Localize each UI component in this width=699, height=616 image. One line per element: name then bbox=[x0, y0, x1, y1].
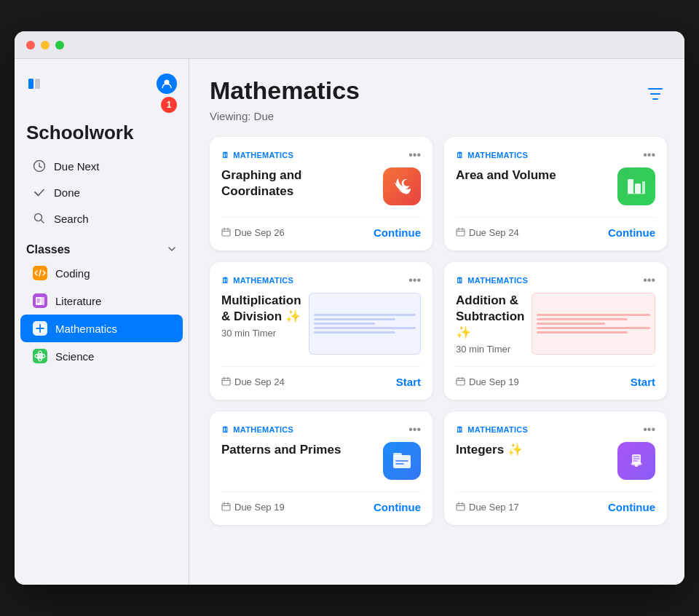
card-action-button[interactable]: Continue bbox=[608, 226, 655, 239]
page-title: Mathematics bbox=[210, 76, 360, 105]
more-options-icon[interactable]: ••• bbox=[643, 423, 655, 436]
card-footer: Due Sep 19 Continue bbox=[221, 491, 421, 513]
search-label: Search bbox=[54, 213, 89, 225]
thumbnail-line bbox=[537, 318, 627, 320]
app-window: 1 Schoolwork Due Next bbox=[15, 31, 684, 585]
title-bar bbox=[15, 31, 684, 59]
sidebar-item-search[interactable]: Search bbox=[20, 205, 183, 232]
card-title: Addition & Subtraction ✨ bbox=[456, 293, 524, 341]
svg-rect-15 bbox=[222, 229, 230, 236]
svg-rect-27 bbox=[635, 465, 638, 467]
card-footer: Due Sep 24 Continue bbox=[456, 217, 655, 239]
svg-rect-20 bbox=[222, 378, 230, 385]
minimize-button[interactable] bbox=[41, 41, 50, 50]
more-options-icon[interactable]: ••• bbox=[408, 149, 421, 162]
main-area: Mathematics Viewing: Due 🗓 MATHEMATICS bbox=[189, 59, 684, 585]
keynote-app-icon bbox=[617, 442, 655, 480]
coding-label: Coding bbox=[55, 267, 90, 280]
card-subject: 🗓 MATHEMATICS bbox=[221, 276, 293, 285]
card-due-date: Due Sep 19 bbox=[456, 376, 519, 388]
card-action-button[interactable]: Start bbox=[631, 376, 655, 388]
card-title: Patterns and Primes bbox=[221, 442, 376, 458]
svg-rect-19 bbox=[457, 229, 465, 236]
thumbnail-line bbox=[314, 318, 395, 320]
table-row[interactable]: 🗓 MATHEMATICS ••• Multiplication & Divis… bbox=[210, 262, 433, 400]
assignments-grid: 🗓 MATHEMATICS ••• Graphing and Coordinat… bbox=[210, 137, 667, 525]
card-action-button[interactable]: Start bbox=[396, 376, 421, 388]
card-subject-row: 🗓 MATHEMATICS ••• bbox=[456, 149, 655, 162]
calendar-icon bbox=[456, 227, 465, 239]
svg-rect-22 bbox=[393, 455, 411, 468]
more-options-icon[interactable]: ••• bbox=[643, 274, 655, 287]
sidebar: 1 Schoolwork Due Next bbox=[15, 59, 189, 585]
card-info: Integers ✨ bbox=[456, 442, 610, 461]
card-subject: 🗓 MATHEMATICS bbox=[221, 151, 293, 159]
subject-icon: 🗓 bbox=[221, 276, 229, 285]
card-action-button[interactable]: Continue bbox=[374, 501, 421, 513]
card-title: Graphing and Coordinates bbox=[221, 167, 376, 200]
calendar-icon bbox=[456, 376, 465, 388]
card-info: Area and Volume bbox=[456, 167, 610, 186]
more-options-icon[interactable]: ••• bbox=[643, 149, 655, 162]
card-footer: Due Sep 24 Start bbox=[221, 366, 421, 388]
card-action-button[interactable]: Continue bbox=[608, 501, 655, 513]
card-subject-row: 🗓 MATHEMATICS ••• bbox=[221, 423, 421, 436]
sidebar-toggle-icon[interactable] bbox=[26, 76, 42, 92]
card-body: Integers ✨ bbox=[456, 442, 655, 480]
maximize-button[interactable] bbox=[55, 41, 64, 50]
sidebar-item-coding[interactable]: Coding bbox=[20, 259, 183, 287]
notification-badge: 1 bbox=[161, 97, 177, 113]
done-label: Done bbox=[54, 186, 80, 199]
card-due-date: Due Sep 24 bbox=[221, 376, 285, 388]
svg-rect-24 bbox=[222, 503, 230, 510]
mathematics-icon bbox=[32, 320, 48, 336]
filter-icon[interactable] bbox=[644, 82, 667, 106]
card-subject: 🗓 MATHEMATICS bbox=[456, 425, 528, 434]
calendar-icon bbox=[221, 227, 231, 239]
card-info: Addition & Subtraction ✨ 30 min Timer bbox=[456, 293, 524, 355]
chevron-down-icon[interactable] bbox=[167, 244, 177, 256]
svg-rect-16 bbox=[628, 179, 633, 194]
notification-area: 1 bbox=[15, 97, 189, 113]
table-row[interactable]: 🗓 MATHEMATICS ••• Graphing and Coordinat… bbox=[210, 137, 433, 250]
profile-avatar[interactable] bbox=[157, 74, 177, 94]
svg-rect-18 bbox=[642, 181, 645, 194]
thumbnail-line bbox=[314, 331, 395, 333]
table-row[interactable]: 🗓 MATHEMATICS ••• Patterns and Primes bbox=[210, 411, 433, 525]
search-icon bbox=[32, 211, 47, 226]
card-footer: Due Sep 17 Continue bbox=[456, 491, 655, 513]
card-title: Area and Volume bbox=[456, 167, 610, 183]
card-info: Patterns and Primes bbox=[221, 442, 376, 461]
sidebar-item-due-next[interactable]: Due Next bbox=[20, 153, 183, 179]
card-due-date: Due Sep 24 bbox=[456, 227, 519, 239]
card-body: Addition & Subtraction ✨ 30 min Timer bbox=[456, 293, 655, 355]
more-options-icon[interactable]: ••• bbox=[408, 274, 421, 287]
card-subject: 🗓 MATHEMATICS bbox=[456, 151, 528, 159]
close-button[interactable] bbox=[26, 41, 35, 50]
more-options-icon[interactable]: ••• bbox=[408, 423, 421, 436]
checkmark-icon bbox=[32, 185, 47, 200]
table-row[interactable]: 🗓 MATHEMATICS ••• Addition & Subtraction… bbox=[444, 262, 667, 400]
table-row[interactable]: 🗓 MATHEMATICS ••• Integers ✨ bbox=[444, 411, 667, 525]
card-action-button[interactable]: Continue bbox=[374, 226, 421, 239]
card-due-date: Due Sep 19 bbox=[221, 502, 285, 513]
svg-rect-26 bbox=[632, 454, 641, 465]
sidebar-item-mathematics[interactable]: Mathematics bbox=[20, 315, 183, 342]
sidebar-item-science[interactable]: Science bbox=[20, 342, 183, 370]
swift-app-icon bbox=[383, 167, 421, 205]
card-footer: Due Sep 19 Start bbox=[456, 366, 655, 388]
svg-rect-0 bbox=[28, 79, 33, 89]
sidebar-header bbox=[15, 74, 189, 97]
card-subject: 🗓 MATHEMATICS bbox=[221, 425, 293, 434]
svg-rect-21 bbox=[457, 378, 465, 385]
card-info: Multiplication & Division ✨ 30 min Timer bbox=[221, 293, 301, 339]
sidebar-item-done[interactable]: Done bbox=[20, 179, 183, 205]
sidebar-item-literature[interactable]: Literature bbox=[20, 287, 183, 315]
thumbnail-line bbox=[537, 314, 650, 316]
main-header: Mathematics bbox=[210, 76, 667, 106]
clock-icon bbox=[32, 159, 47, 173]
science-icon bbox=[32, 348, 48, 364]
svg-rect-17 bbox=[635, 183, 641, 194]
numbers-app-icon bbox=[617, 167, 655, 205]
table-row[interactable]: 🗓 MATHEMATICS ••• Area and Volume bbox=[444, 137, 667, 250]
